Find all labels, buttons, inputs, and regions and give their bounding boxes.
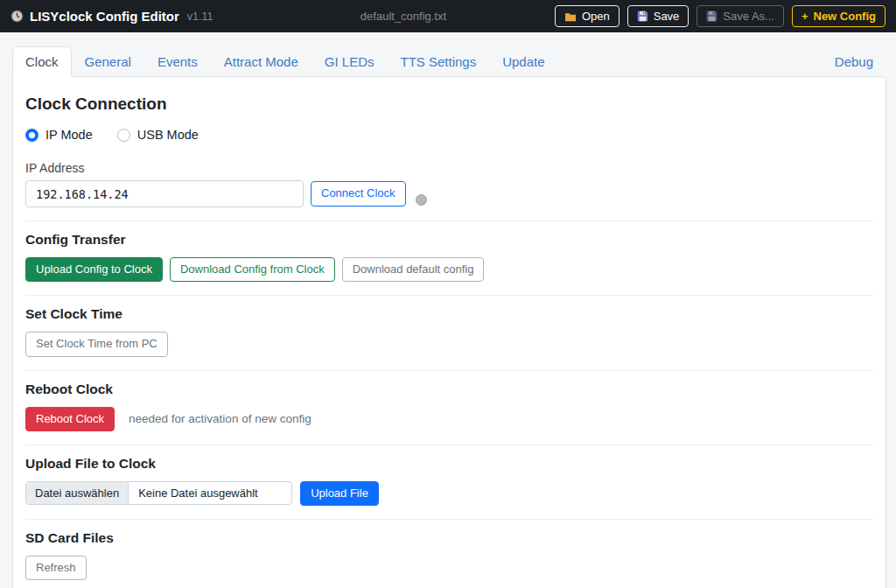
set-clock-time-button[interactable]: Set Clock Time from PC xyxy=(25,332,168,356)
download-default-config-button[interactable]: Download default config xyxy=(342,257,485,282)
tab-tts-settings[interactable]: TTS Settings xyxy=(387,46,489,77)
set-clock-time-row: Set Clock Time from PC xyxy=(25,332,875,356)
open-button[interactable]: Open xyxy=(555,5,620,28)
app-brand: LISYclock Config Editor v1.11 xyxy=(10,9,214,24)
connect-clock-button[interactable]: Connect Clock xyxy=(311,181,406,206)
reboot-note: needed for activation of new config xyxy=(129,412,312,425)
save-as-button[interactable]: Save As... xyxy=(696,5,784,28)
tab-debug[interactable]: Debug xyxy=(822,46,886,77)
usb-mode-label: USB Mode xyxy=(137,128,199,142)
config-transfer-buttons: Upload Config to Clock Download Config f… xyxy=(25,257,875,282)
section-divider xyxy=(25,370,873,371)
app-version: v1.11 xyxy=(187,10,214,23)
ip-address-label: IP Address xyxy=(25,161,875,175)
tab-events[interactable]: Events xyxy=(144,46,211,77)
tab-clock[interactable]: Clock xyxy=(12,46,72,77)
radio-checked-icon xyxy=(25,129,38,142)
connection-mode-group: IP Mode USB Mode xyxy=(25,128,875,142)
section-divider xyxy=(25,220,873,221)
refresh-button[interactable]: Refresh xyxy=(25,556,87,580)
choose-file-button[interactable]: Datei auswählen xyxy=(26,482,129,504)
sd-card-files-heading: SD Card Files xyxy=(25,530,875,546)
file-input[interactable]: Datei auswählen Keine Datei ausgewählt xyxy=(25,481,292,505)
section-divider xyxy=(25,444,873,445)
current-filename: default_config.txt xyxy=(360,10,446,23)
section-divider xyxy=(25,519,873,520)
section-divider xyxy=(25,295,873,296)
upload-file-row: Datei auswählen Keine Datei ausgewählt U… xyxy=(25,481,875,506)
connection-status-indicator xyxy=(416,194,427,206)
reboot-clock-button[interactable]: Reboot Clock xyxy=(25,407,115,431)
clock-tab-panel: Clock Connection IP Mode USB Mode IP Add… xyxy=(12,76,886,588)
config-transfer-heading: Config Transfer xyxy=(25,232,875,248)
navbar-actions: Open Save Save xyxy=(555,5,886,28)
tab-update[interactable]: Update xyxy=(489,46,557,77)
clock-connection-heading: Clock Connection xyxy=(25,94,875,114)
radio-unchecked-icon xyxy=(117,129,130,142)
usb-mode-radio[interactable]: USB Mode xyxy=(117,128,199,142)
tab-gi-leds[interactable]: GI LEDs xyxy=(312,46,388,77)
ip-address-input[interactable] xyxy=(25,180,304,207)
tab-general[interactable]: General xyxy=(72,46,144,77)
floppy-icon xyxy=(637,10,648,22)
app-title: LISYclock Config Editor xyxy=(30,9,179,24)
tab-bar: Clock General Events Attract Mode GI LED… xyxy=(12,46,886,77)
folder-icon xyxy=(564,11,577,22)
ip-address-row: Connect Clock xyxy=(25,180,875,207)
sd-card-row: Refresh xyxy=(25,556,875,580)
floppy-icon xyxy=(706,10,718,22)
download-config-button[interactable]: Download Config from Clock xyxy=(170,257,335,282)
reboot-clock-heading: Reboot Clock xyxy=(25,382,875,397)
upload-file-heading: Upload File to Clock xyxy=(25,456,875,472)
upload-config-button[interactable]: Upload Config to Clock xyxy=(25,257,163,282)
clock-icon xyxy=(10,10,24,23)
ip-mode-label: IP Mode xyxy=(46,128,93,142)
new-config-button[interactable]: + New Config xyxy=(792,5,886,28)
save-button[interactable]: Save xyxy=(627,5,690,28)
ip-mode-radio[interactable]: IP Mode xyxy=(25,128,93,142)
tab-attract-mode[interactable]: Attract Mode xyxy=(211,46,312,77)
reboot-clock-row: Reboot Clock needed for activation of ne… xyxy=(25,407,875,431)
set-clock-time-heading: Set Clock Time xyxy=(25,306,875,322)
plus-icon: + xyxy=(802,10,808,24)
upload-file-button[interactable]: Upload File xyxy=(300,481,379,506)
selected-file-text: Keine Datei ausgewählt xyxy=(129,482,291,504)
top-navbar: LISYclock Config Editor v1.11 default_co… xyxy=(0,0,896,32)
